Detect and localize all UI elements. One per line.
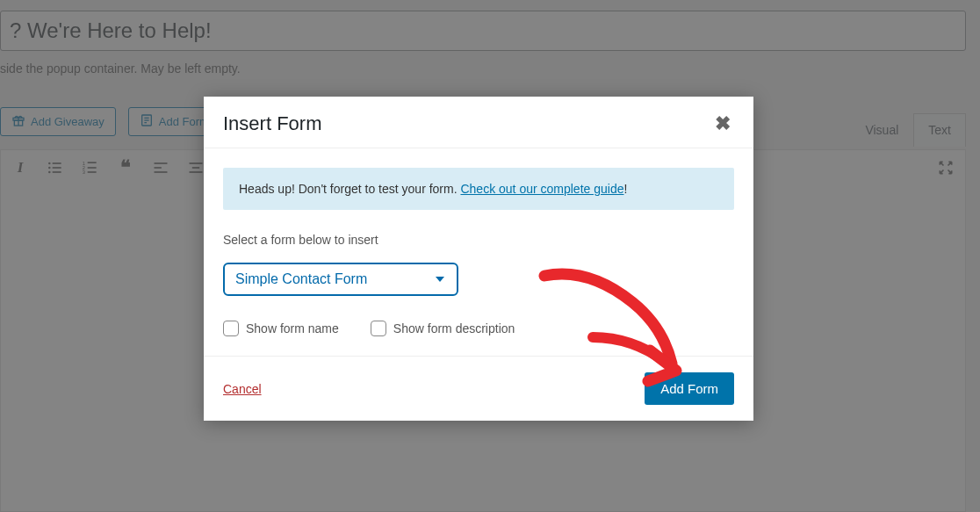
- show-form-description-checkbox[interactable]: Show form description: [371, 321, 515, 336]
- modal-title: Insert Form: [223, 112, 321, 135]
- insert-form-modal: Insert Form ✖ Heads up! Don't forget to …: [204, 97, 753, 421]
- select-label: Select a form below to insert: [223, 233, 734, 247]
- show-form-name-checkbox[interactable]: Show form name: [223, 321, 339, 336]
- checkbox-icon: [371, 321, 386, 336]
- form-select-dropdown[interactable]: Simple Contact Form: [223, 263, 458, 296]
- cancel-button[interactable]: Cancel: [223, 382, 262, 396]
- close-icon[interactable]: ✖: [711, 111, 734, 137]
- info-banner: Heads up! Don't forget to test your form…: [223, 168, 734, 210]
- checkbox-icon: [223, 321, 239, 336]
- add-form-submit-button[interactable]: Add Form: [645, 372, 734, 405]
- guide-link[interactable]: Check out our complete guide: [460, 182, 623, 196]
